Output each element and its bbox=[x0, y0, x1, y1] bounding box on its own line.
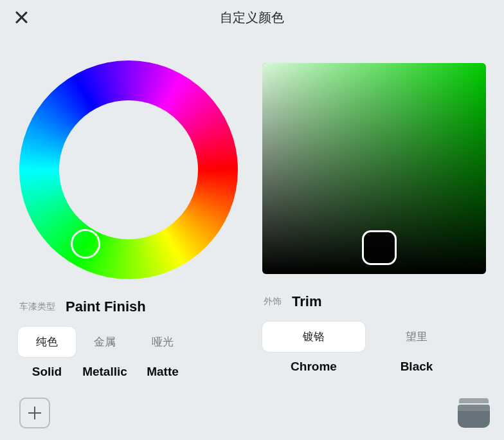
right-column: 外饰 Trim 镀铬 Chrome 望里 Black bbox=[262, 48, 486, 379]
hue-selector-handle[interactable] bbox=[71, 229, 100, 259]
trim-header: 外饰 Trim bbox=[264, 293, 486, 310]
trim-sub-label: 外饰 bbox=[264, 296, 282, 307]
close-icon[interactable] bbox=[14, 10, 28, 24]
paint-option-matte-pill: 哑光 bbox=[134, 327, 192, 357]
color-hue-wheel[interactable] bbox=[19, 60, 238, 279]
add-color-button[interactable] bbox=[19, 398, 50, 428]
swatch-layer-icon bbox=[459, 398, 489, 403]
color-saturation-value-box[interactable] bbox=[262, 63, 486, 274]
paint-main-label: Paint Finish bbox=[66, 298, 146, 315]
swatch-layer-icon bbox=[458, 411, 490, 428]
trim-option-black-pill: 望里 bbox=[365, 322, 468, 352]
paint-option-matte-en: Matte bbox=[147, 365, 179, 379]
paint-option-metallic-en: Metallic bbox=[82, 365, 127, 379]
trim-option-black-en: Black bbox=[401, 360, 433, 374]
saved-swatches-button[interactable] bbox=[458, 398, 490, 428]
paint-sub-label: 车漆类型 bbox=[19, 301, 55, 313]
left-column: 车漆类型 Paint Finish 纯色 Solid 金属 Metallic 哑… bbox=[18, 48, 239, 379]
page-title: 自定义颜色 bbox=[220, 9, 284, 26]
paint-finish-header: 车漆类型 Paint Finish bbox=[19, 298, 239, 315]
trim-option-black[interactable]: 望里 Black bbox=[365, 322, 468, 374]
sv-selector-handle[interactable] bbox=[362, 230, 397, 265]
trim-segment: 镀铬 Chrome 望里 Black bbox=[262, 322, 486, 374]
paint-option-solid-pill: 纯色 bbox=[18, 327, 76, 357]
plus-icon bbox=[28, 407, 41, 419]
footer bbox=[19, 398, 490, 428]
paint-finish-segment: 纯色 Solid 金属 Metallic 哑光 Matte bbox=[18, 327, 239, 379]
trim-option-chrome[interactable]: 镀铬 Chrome bbox=[262, 322, 365, 374]
paint-option-solid[interactable]: 纯色 Solid bbox=[18, 327, 76, 379]
header: 自定义颜色 bbox=[0, 0, 504, 35]
paint-option-matte[interactable]: 哑光 Matte bbox=[134, 327, 192, 379]
paint-option-metallic[interactable]: 金属 Metallic bbox=[76, 327, 134, 379]
swatch-layer-icon bbox=[458, 405, 490, 411]
trim-main-label: Trim bbox=[292, 293, 321, 310]
paint-option-solid-en: Solid bbox=[32, 365, 62, 379]
trim-option-chrome-pill: 镀铬 bbox=[262, 322, 365, 352]
paint-option-metallic-pill: 金属 bbox=[76, 327, 134, 357]
trim-option-chrome-en: Chrome bbox=[291, 360, 337, 374]
content: 车漆类型 Paint Finish 纯色 Solid 金属 Metallic 哑… bbox=[0, 35, 504, 379]
